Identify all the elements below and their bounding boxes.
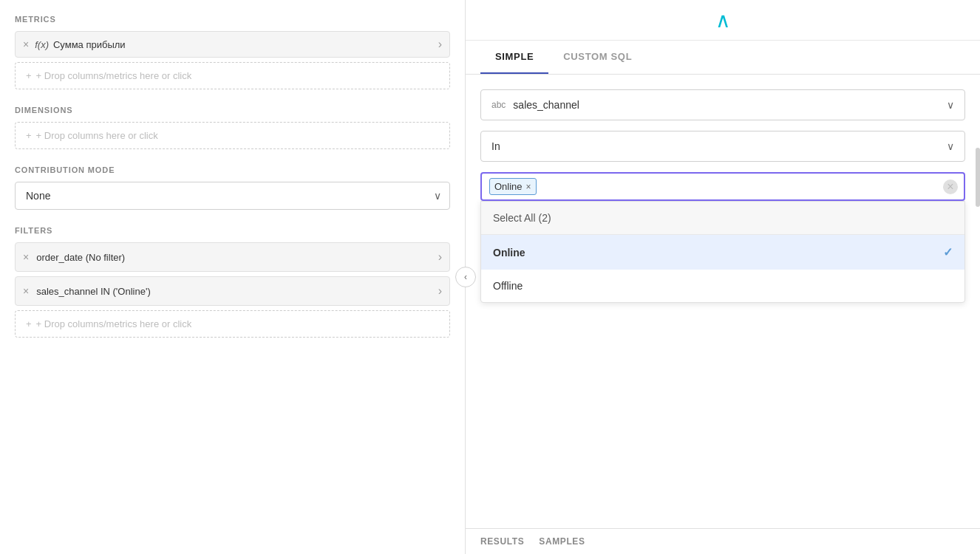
contribution-select-wrapper: None Row Column ∨ — [15, 182, 450, 210]
tag-label: Online — [494, 181, 523, 192]
collapse-button[interactable]: ‹ — [455, 267, 476, 287]
column-chevron-icon: ∨ — [947, 99, 954, 111]
dropdown-item-online[interactable]: Online ✓ — [481, 235, 964, 270]
tag-close-button[interactable]: × — [526, 182, 531, 192]
filters-label: FILTERS — [15, 226, 450, 235]
metrics-drop-zone-label: + Drop columns/metrics here or click — [36, 70, 192, 81]
tab-simple[interactable]: SIMPLE — [480, 41, 548, 74]
column-type-badge: abc — [491, 100, 506, 110]
tabs-row: SIMPLE CUSTOM SQL — [466, 41, 980, 75]
operator-chevron-icon: ∨ — [947, 140, 954, 152]
filter1-close-button[interactable]: × — [23, 251, 29, 263]
left-panel: METRICS × f(x) Сумма прибыли › + + Drop … — [0, 0, 466, 554]
metric-item: × f(x) Сумма прибыли › — [15, 31, 450, 58]
filters-drop-zone[interactable]: + + Drop columns/metrics here or click — [15, 310, 450, 338]
contribution-mode-section: CONTRIBUTION MODE None Row Column ∨ — [15, 165, 450, 210]
filter1-name: order_date (No filter) — [36, 252, 438, 263]
metric-expand-button[interactable]: › — [438, 38, 442, 51]
filter-editor: abc sales_channel ∨ In ∨ Online × × Sele… — [466, 75, 980, 528]
contribution-label: CONTRIBUTION MODE — [15, 165, 450, 174]
filter2-expand-button[interactable]: › — [438, 284, 442, 298]
metric-close-button[interactable]: × — [23, 38, 29, 50]
column-selector[interactable]: abc sales_channel ∨ — [480, 89, 965, 120]
bottom-tab-samples[interactable]: SAMPLES — [539, 536, 585, 547]
bottom-tabs: RESULTS SAMPLES — [466, 528, 980, 554]
filters-drop-zone-label: + Drop columns/metrics here or click — [36, 318, 192, 329]
plus-icon-filter: + — [26, 318, 32, 329]
collapse-icon: ‹ — [464, 272, 467, 282]
dimensions-drop-zone-label: + Drop columns here or click — [36, 130, 158, 141]
column-name: sales_channel — [513, 99, 947, 111]
contribution-select[interactable]: None Row Column — [15, 182, 450, 210]
chart-icon: ∧ — [715, 8, 731, 33]
metrics-section: METRICS × f(x) Сумма прибыли › + + Drop … — [15, 15, 450, 89]
check-icon-online: ✓ — [943, 245, 953, 259]
metric-name: Сумма прибыли — [53, 39, 438, 50]
operator-selector[interactable]: In ∨ — [480, 131, 965, 162]
filter-item-1: × order_date (No filter) › — [15, 242, 450, 272]
bottom-tab-results[interactable]: RESULTS — [480, 536, 524, 547]
metrics-drop-zone[interactable]: + + Drop columns/metrics here or click — [15, 62, 450, 89]
tab-custom-sql[interactable]: CUSTOM SQL — [548, 41, 647, 74]
dropdown-list: Select All (2) Online ✓ Offline — [480, 201, 965, 303]
scrollbar-handle[interactable] — [976, 148, 980, 207]
clear-button[interactable]: × — [943, 179, 958, 194]
select-all-item[interactable]: Select All (2) — [481, 202, 964, 235]
tag-online: Online × — [489, 178, 537, 195]
filter2-close-button[interactable]: × — [23, 285, 29, 297]
filter-item-2: × sales_channel IN ('Online') › — [15, 276, 450, 306]
plus-icon: + — [26, 70, 32, 81]
operator-text: In — [491, 140, 947, 152]
tag-search-input[interactable] — [540, 181, 956, 192]
chart-header: ∧ — [466, 0, 980, 41]
dimensions-label: DIMENSIONS — [15, 106, 450, 114]
filter1-expand-button[interactable]: › — [438, 250, 442, 264]
plus-icon-dim: + — [26, 130, 32, 141]
metrics-label: METRICS — [15, 15, 450, 24]
dropdown-item-offline-label: Offline — [493, 280, 523, 292]
dropdown-item-online-label: Online — [493, 247, 525, 259]
filters-section: FILTERS × order_date (No filter) › × sal… — [15, 226, 450, 338]
filter2-name: sales_channel IN ('Online') — [36, 286, 438, 297]
right-panel: ∧ SIMPLE CUSTOM SQL abc sales_channel ∨ … — [466, 0, 980, 554]
dimensions-drop-zone[interactable]: + + Drop columns here or click — [15, 122, 450, 149]
dimensions-section: DIMENSIONS + + Drop columns here or clic… — [15, 106, 450, 149]
tag-input-wrapper[interactable]: Online × × — [480, 172, 965, 201]
fx-icon: f(x) — [35, 39, 49, 50]
dropdown-item-offline[interactable]: Offline — [481, 270, 964, 302]
